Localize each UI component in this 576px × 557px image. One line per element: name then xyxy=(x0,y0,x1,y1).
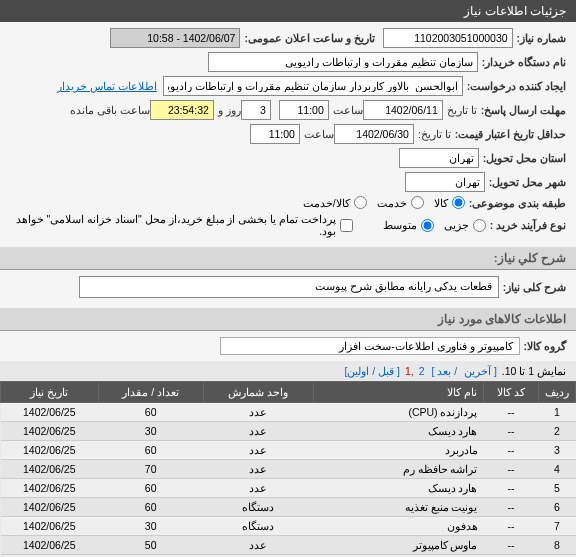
buyer-input[interactable] xyxy=(208,52,478,72)
cell-date: 1402/06/25 xyxy=(1,536,99,555)
th-code: کد کالا xyxy=(484,382,539,403)
pager-p1: ,1 xyxy=(405,365,414,377)
cell-name: مادربرد xyxy=(314,441,484,460)
proc-medium-radio[interactable] xyxy=(421,219,434,232)
group-value[interactable]: کامپیوتر و فناوری اطلاعات-سخت افزار xyxy=(220,337,520,355)
cell-name: یونیت منبع تغذیه xyxy=(314,498,484,517)
cell-qty: 60 xyxy=(98,441,203,460)
announce-input xyxy=(110,28,240,48)
pay-note: پرداخت تمام یا بخشی از مبلغ خرید،از محل … xyxy=(10,213,336,237)
requester-input[interactable] xyxy=(163,76,463,96)
cat-goods-radio[interactable] xyxy=(452,196,465,209)
desc-value[interactable]: قطعات یدکی رایانه مطابق شرح پیوست xyxy=(79,276,499,298)
group-label: گروه کالا: xyxy=(524,340,566,352)
deliver-city-input[interactable] xyxy=(399,148,479,168)
th-row: ردیف xyxy=(539,382,576,403)
cat-goods-label: کالا xyxy=(434,197,448,209)
goods-section-title: اطلاعات کالاهای مورد نیاز xyxy=(0,308,576,331)
pager: نمایش 1 تا 10. [ آخرین / بعد ] 2 ,1 [ قب… xyxy=(0,361,576,381)
proc-small-radio[interactable] xyxy=(473,219,486,232)
cell-date: 1402/06/25 xyxy=(1,479,99,498)
cell-unit: عدد xyxy=(203,536,313,555)
cell-date: 1402/06/25 xyxy=(1,403,99,422)
proc-medium-label: متوسط xyxy=(383,219,417,231)
cell-code: -- xyxy=(484,460,539,479)
pager-prev-first[interactable]: [ قبل / اولین] xyxy=(345,365,401,377)
cell-code: -- xyxy=(484,479,539,498)
cell-row: 8 xyxy=(539,536,576,555)
pager-p2[interactable]: 2 xyxy=(419,365,425,377)
deadline-time-input[interactable] xyxy=(279,100,329,120)
th-name: نام کالا xyxy=(314,382,484,403)
cell-row: 1 xyxy=(539,403,576,422)
desc-section-title: شرح کلي نياز: xyxy=(0,247,576,270)
pager-next[interactable]: / بعد ] xyxy=(431,365,457,377)
table-row[interactable]: 7--هدفوندستگاه301402/06/25 xyxy=(1,517,576,536)
cell-qty: 60 xyxy=(98,498,203,517)
cell-row: 4 xyxy=(539,460,576,479)
th-unit: واحد شمارش xyxy=(203,382,313,403)
remaining-time-input xyxy=(150,100,214,120)
cell-date: 1402/06/25 xyxy=(1,517,99,536)
min-valid-time-input[interactable] xyxy=(250,124,300,144)
need-no-label: شماره نیاز: xyxy=(517,32,566,44)
pager-range: نمایش 1 تا 10. xyxy=(502,365,566,377)
min-valid-date-input[interactable] xyxy=(334,124,414,144)
cell-unit: عدد xyxy=(203,403,313,422)
table-row[interactable]: 3--مادربردعدد601402/06/25 xyxy=(1,441,576,460)
to-date-label: تا تاریخ: xyxy=(418,128,451,140)
page-title: جزئیات اطلاعات نیاز xyxy=(464,4,566,18)
cell-code: -- xyxy=(484,517,539,536)
process-label: نوع فرآیند خرید : xyxy=(490,219,566,231)
table-row[interactable]: 2--هارد دیسکعدد301402/06/25 xyxy=(1,422,576,441)
cell-name: هارد دیسک xyxy=(314,479,484,498)
cell-date: 1402/06/25 xyxy=(1,460,99,479)
th-qty: تعداد / مقدار xyxy=(98,382,203,403)
cell-qty: 50 xyxy=(98,536,203,555)
th-date: تاریخ نیاز xyxy=(1,382,99,403)
cell-date: 1402/06/25 xyxy=(1,498,99,517)
cell-name: ماوس کامپیوتر xyxy=(314,536,484,555)
cell-unit: عدد xyxy=(203,441,313,460)
desc-label: شرح کلی نیاز: xyxy=(503,281,566,293)
time-label-1: ساعت xyxy=(333,104,363,116)
cell-qty: 70 xyxy=(98,460,203,479)
cell-date: 1402/06/25 xyxy=(1,441,99,460)
to-label: تا تاریخ xyxy=(447,104,477,116)
need-no-input[interactable] xyxy=(383,28,513,48)
cell-qty: 30 xyxy=(98,517,203,536)
table-row[interactable]: 4--تراشه حافظه رمعدد701402/06/25 xyxy=(1,460,576,479)
cell-unit: دستگاه xyxy=(203,498,313,517)
pay-checkbox[interactable] xyxy=(340,219,353,232)
contact-link[interactable]: اطلاعات تماس خریدار xyxy=(57,80,157,92)
cat-service-label: خدمت xyxy=(377,197,407,209)
table-row[interactable]: 8--ماوس کامپیوترعدد501402/06/25 xyxy=(1,536,576,555)
cat-both-label: کالا/خدمت xyxy=(303,197,350,209)
cell-unit: دستگاه xyxy=(203,517,313,536)
category-label: طبقه بندی موضوعی: xyxy=(469,197,566,209)
table-row[interactable]: 1--پردازنده (CPU)عدد601402/06/25 xyxy=(1,403,576,422)
cat-service-radio[interactable] xyxy=(411,196,424,209)
deliver-town-input[interactable] xyxy=(405,172,485,192)
pager-last[interactable]: [ آخرین xyxy=(464,365,497,377)
cell-code: -- xyxy=(484,441,539,460)
days-label: روز و xyxy=(218,104,241,116)
deadline-date-input[interactable] xyxy=(363,100,443,120)
cell-name: تراشه حافظه رم xyxy=(314,460,484,479)
proc-small-label: جزیی xyxy=(444,219,469,231)
table-row[interactable]: 5--هارد دیسکعدد601402/06/25 xyxy=(1,479,576,498)
cell-code: -- xyxy=(484,422,539,441)
cell-code: -- xyxy=(484,498,539,517)
cell-code: -- xyxy=(484,536,539,555)
cat-both-radio[interactable] xyxy=(354,196,367,209)
cell-qty: 60 xyxy=(98,479,203,498)
cell-date: 1402/06/25 xyxy=(1,422,99,441)
form-area: شماره نیاز: تاریخ و ساعت اعلان عمومی: نا… xyxy=(0,22,576,247)
deliver-town-label: شهر محل تحویل: xyxy=(489,176,566,188)
table-row[interactable]: 6--یونیت منبع تغذیهدستگاه601402/06/25 xyxy=(1,498,576,517)
cell-row: 6 xyxy=(539,498,576,517)
cell-name: هدفون xyxy=(314,517,484,536)
deliver-city-label: استان محل تحویل: xyxy=(483,152,566,164)
cell-name: پردازنده (CPU) xyxy=(314,403,484,422)
days-input xyxy=(241,100,271,120)
